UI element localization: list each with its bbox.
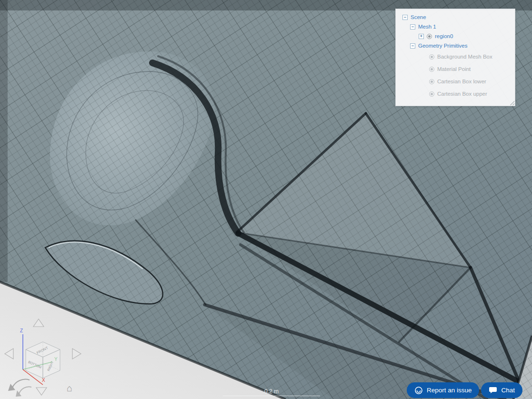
- axis-x-label: X: [42, 378, 45, 383]
- rotate-right-arrow[interactable]: [72, 349, 81, 359]
- tree-item-background-mesh-box[interactable]: Background Mesh Box: [398, 50, 513, 63]
- rotate-down-arrow[interactable]: [36, 388, 47, 395]
- tree-item-region0[interactable]: + region0: [398, 31, 513, 41]
- panel-resize-handle[interactable]: [509, 100, 514, 105]
- rotate-ccw-arrows[interactable]: [8, 379, 31, 397]
- viewer-app: − Scene − Mesh 1 + region0 − Geometry Pr…: [0, 0, 532, 399]
- scale-bar: 0.2 m: [223, 388, 320, 396]
- visibility-eye-icon[interactable]: [427, 34, 432, 39]
- tree-item-label: Material Point: [437, 66, 471, 72]
- tree-item-label: Scene: [411, 14, 426, 20]
- tree-item-material-point[interactable]: Material Point: [398, 63, 513, 75]
- navigation-widget: FRONT BOTTOM RIGHT Z X Y ⌂: [1, 309, 91, 399]
- visibility-eye-icon[interactable]: [429, 91, 434, 97]
- scene-tree-panel: − Scene − Mesh 1 + region0 − Geometry Pr…: [395, 9, 515, 106]
- footer-buttons: Report an issue Chat: [407, 382, 522, 398]
- collapse-icon[interactable]: −: [410, 24, 415, 30]
- feedback-smiley-icon: [414, 386, 423, 395]
- axis-y-label: Y: [54, 357, 58, 362]
- tree-item-cartesian-box-lower[interactable]: Cartesian Box lower: [398, 75, 513, 88]
- chat-button[interactable]: Chat: [481, 382, 522, 398]
- tree-item-label: region0: [435, 33, 453, 39]
- chat-label: Chat: [501, 387, 515, 394]
- axis-z-label: Z: [20, 328, 23, 333]
- report-issue-label: Report an issue: [427, 387, 472, 394]
- scale-bar-line: [223, 396, 320, 396]
- collapse-icon[interactable]: −: [402, 15, 408, 20]
- visibility-eye-icon[interactable]: [429, 67, 434, 72]
- tree-item-mesh-1[interactable]: − Mesh 1: [398, 22, 513, 31]
- tree-item-label: Cartesian Box upper: [437, 91, 487, 97]
- tree-item-cartesian-box-upper[interactable]: Cartesian Box upper: [398, 88, 513, 100]
- tree-item-label: Cartesian Box lower: [437, 79, 486, 84]
- collapse-icon[interactable]: −: [410, 43, 415, 49]
- expand-icon[interactable]: +: [419, 34, 424, 39]
- visibility-eye-icon[interactable]: [429, 79, 434, 84]
- tree-item-label: Mesh 1: [418, 24, 436, 30]
- rotate-left-arrow[interactable]: [5, 349, 13, 359]
- scale-bar-label: 0.2 m: [223, 388, 320, 395]
- report-issue-button[interactable]: Report an issue: [407, 382, 480, 398]
- tree-item-label: Geometry Primitives: [418, 43, 468, 49]
- chat-bubble-icon: [489, 387, 497, 394]
- rotate-up-arrow[interactable]: [33, 319, 44, 327]
- visibility-eye-icon[interactable]: [429, 54, 434, 60]
- tree-item-label: Background Mesh Box: [437, 54, 492, 60]
- tree-item-scene[interactable]: − Scene: [398, 12, 513, 22]
- home-icon[interactable]: ⌂: [67, 383, 72, 393]
- tree-item-geometry-primitives[interactable]: − Geometry Primitives: [398, 41, 513, 50]
